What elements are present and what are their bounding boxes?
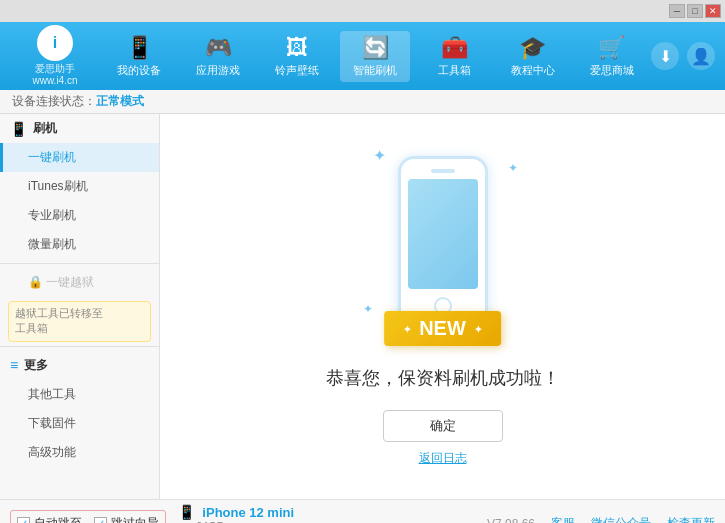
- sidebar-flash-section[interactable]: 📱 刷机: [0, 114, 159, 143]
- success-message: 恭喜您，保资料刷机成功啦！: [326, 366, 560, 390]
- nav-right: ⬇ 👤: [651, 42, 715, 70]
- flash-section-label: 刷机: [33, 120, 57, 137]
- status-value: 正常模式: [96, 93, 144, 110]
- nav-smart-flash[interactable]: 🔄 智能刷机: [340, 31, 410, 82]
- nav-wallpaper[interactable]: 🖼 铃声壁纸: [262, 31, 332, 82]
- nav-store[interactable]: 🛒 爱思商城: [577, 31, 647, 82]
- nav-toolbox[interactable]: 🧰 工具箱: [419, 31, 489, 82]
- status-bar: 设备连接状态： 正常模式: [0, 90, 725, 114]
- logo-icon: i: [37, 25, 73, 61]
- phone-screen: [408, 179, 478, 289]
- minimize-button[interactable]: ─: [669, 4, 685, 18]
- auto-jump-checkbox[interactable]: [17, 517, 30, 523]
- phone-body: [398, 156, 488, 326]
- sidebar-item-download-firmware[interactable]: 下载固件: [0, 409, 159, 438]
- skip-wizard-label: 跳过向导: [111, 515, 159, 523]
- sidebar-item-one-click[interactable]: 一键刷机: [0, 143, 159, 172]
- toolbox-icon: 🧰: [441, 35, 468, 61]
- sidebar-more-section[interactable]: ≡ 更多: [0, 351, 159, 380]
- jailbreak-warning: 越狱工具已转移至工具箱: [8, 301, 151, 342]
- nav-apps[interactable]: 🎮 应用游戏: [183, 31, 253, 82]
- bottom-bar: 自动跳至 跳过向导 📱 iPhone 12 mini 64GB Down-12m…: [0, 499, 725, 523]
- wallpaper-icon: 🖼: [286, 35, 308, 61]
- store-icon: 🛒: [598, 35, 625, 61]
- sidebar: 📱 刷机 一键刷机 iTunes刷机 专业刷机 微量刷机 🔒 一键越狱 越狱工具…: [0, 114, 160, 499]
- device-storage: 64GB: [196, 520, 294, 524]
- maximize-button[interactable]: □: [687, 4, 703, 18]
- nav-apps-label: 应用游戏: [196, 63, 240, 78]
- nav-items: 📱 我的设备 🎮 应用游戏 🖼 铃声壁纸 🔄 智能刷机 🧰 工具箱 🎓 教程中心…: [100, 31, 651, 82]
- close-button[interactable]: ✕: [705, 4, 721, 18]
- logo-text: 爱思助手 www.i4.cn: [32, 63, 77, 87]
- nav-toolbox-label: 工具箱: [438, 63, 471, 78]
- sidebar-item-professional[interactable]: 专业刷机: [0, 201, 159, 230]
- more-section-icon: ≡: [10, 357, 18, 373]
- content-area: ✦ ✦ ✦ NEW 恭喜您，保资料刷机成功啦！ 确定 返回日志: [160, 114, 725, 499]
- device-phone-icon: 📱: [178, 504, 195, 520]
- checkbox-area: 自动跳至 跳过向导: [10, 510, 166, 523]
- main-area: 📱 刷机 一键刷机 iTunes刷机 专业刷机 微量刷机 🔒 一键越狱 越狱工具…: [0, 114, 725, 499]
- nav-store-label: 爱思商城: [590, 63, 634, 78]
- logo-area: i 爱思助手 www.i4.cn: [10, 25, 100, 87]
- sidebar-item-other-tools[interactable]: 其他工具: [0, 380, 159, 409]
- nav-my-device[interactable]: 📱 我的设备: [104, 31, 174, 82]
- device-name: iPhone 12 mini: [202, 505, 294, 520]
- sparkle-1: ✦: [373, 146, 386, 165]
- download-button[interactable]: ⬇: [651, 42, 679, 70]
- skip-wizard-checkbox[interactable]: [94, 517, 107, 523]
- confirm-button[interactable]: 确定: [383, 410, 503, 442]
- divider-2: [0, 346, 159, 347]
- sidebar-item-itunes[interactable]: iTunes刷机: [0, 172, 159, 201]
- more-section-label: 更多: [24, 357, 48, 374]
- sparkle-2: ✦: [508, 161, 518, 175]
- nav-tutorials-label: 教程中心: [511, 63, 555, 78]
- device-info: 📱 iPhone 12 mini 64GB Down-12mini-13,1: [178, 504, 294, 524]
- smart-flash-icon: 🔄: [362, 35, 389, 61]
- device-icon: 📱: [126, 35, 153, 61]
- auto-jump-label: 自动跳至: [34, 515, 82, 523]
- wechat-link[interactable]: 微信公众号: [591, 515, 651, 523]
- phone-speaker: [431, 169, 455, 173]
- sidebar-jailbreak-disabled: 🔒 一键越狱: [0, 268, 159, 297]
- bottom-right: V7.98.66 客服 微信公众号 检查更新: [487, 515, 715, 523]
- sidebar-item-save-data[interactable]: 微量刷机: [0, 230, 159, 259]
- new-badge: NEW: [384, 311, 502, 346]
- title-bar: ─ □ ✕: [0, 0, 725, 22]
- tutorials-icon: 🎓: [519, 35, 546, 61]
- version-label: V7.98.66: [487, 517, 535, 524]
- update-link[interactable]: 检查更新: [667, 515, 715, 523]
- nav-wallpaper-label: 铃声壁纸: [275, 63, 319, 78]
- apps-icon: 🎮: [205, 35, 232, 61]
- nav-smart-flash-label: 智能刷机: [353, 63, 397, 78]
- service-link[interactable]: 客服: [551, 515, 575, 523]
- status-label: 设备连接状态：: [12, 93, 96, 110]
- phone-illustration: ✦ ✦ ✦ NEW: [353, 146, 533, 346]
- flash-section-icon: 📱: [10, 121, 27, 137]
- return-link[interactable]: 返回日志: [419, 450, 467, 467]
- divider-1: [0, 263, 159, 264]
- sparkle-3: ✦: [363, 302, 373, 316]
- nav-tutorials[interactable]: 🎓 教程中心: [498, 31, 568, 82]
- top-nav: i 爱思助手 www.i4.cn 📱 我的设备 🎮 应用游戏 🖼 铃声壁纸 🔄 …: [0, 22, 725, 90]
- sidebar-item-advanced[interactable]: 高级功能: [0, 438, 159, 467]
- user-button[interactable]: 👤: [687, 42, 715, 70]
- nav-my-device-label: 我的设备: [117, 63, 161, 78]
